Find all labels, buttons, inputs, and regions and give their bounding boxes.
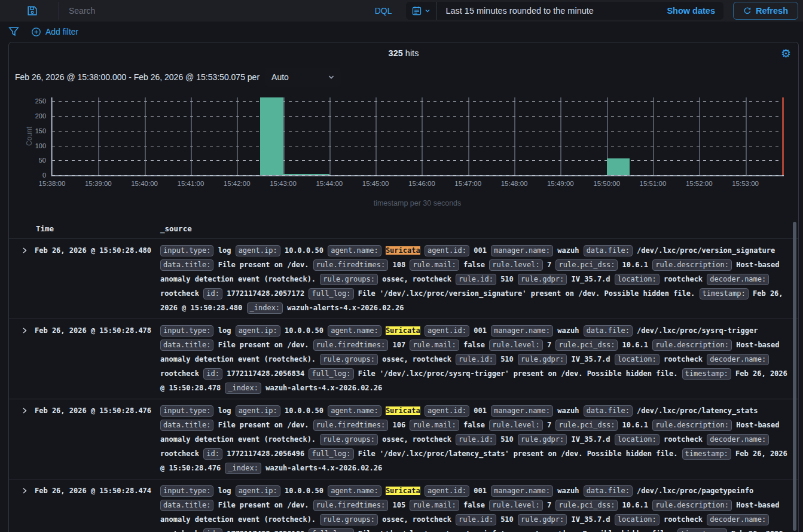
add-filter-button[interactable]: Add filter bbox=[31, 27, 78, 37]
expand-row-button[interactable] bbox=[20, 403, 29, 418]
field-value: IV_35.7.d bbox=[572, 515, 610, 524]
field-key-badge: full_log: bbox=[309, 448, 353, 460]
field-value: 7 bbox=[547, 261, 551, 269]
vertical-scrollbar[interactable] bbox=[793, 222, 796, 531]
field-value: rootcheck bbox=[160, 530, 199, 532]
row-time: Feb 26, 2026 @ 15:50:28.474 bbox=[35, 484, 160, 532]
field-value: 001 bbox=[474, 326, 487, 335]
field-value: rootcheck bbox=[664, 275, 703, 283]
field-key-badge: rule.groups: bbox=[320, 274, 378, 285]
histogram-bar[interactable] bbox=[260, 97, 283, 175]
field-value: Suricata bbox=[386, 487, 420, 495]
grid-line-x bbox=[514, 97, 515, 175]
plus-circle-icon bbox=[31, 27, 41, 37]
field-key-badge: agent.name: bbox=[328, 485, 381, 497]
field-value: log bbox=[218, 487, 231, 495]
current-time-marker bbox=[782, 97, 784, 175]
histogram-plot[interactable]: 05010015020025015:38:0015:39:0015:40:001… bbox=[51, 97, 784, 176]
dql-button[interactable]: DQL bbox=[367, 6, 401, 16]
column-header-time[interactable]: Time bbox=[36, 224, 160, 233]
field-value: 001 bbox=[474, 487, 487, 495]
field-value: File present on /dev. bbox=[218, 421, 309, 429]
field-value: ossec, rootcheck bbox=[382, 515, 451, 524]
refresh-button[interactable]: Refresh bbox=[733, 2, 798, 20]
field-key-badge: rule.mail: bbox=[410, 420, 459, 431]
discover-panel: 325 hits ⚙ Feb 26, 2026 @ 15:38:00.000 -… bbox=[8, 42, 799, 532]
expand-row-button[interactable] bbox=[20, 484, 29, 498]
field-key-badge: data.file: bbox=[584, 245, 633, 256]
add-filter-label: Add filter bbox=[45, 27, 78, 36]
field-value: false bbox=[463, 501, 485, 509]
x-tick-label: 15:47:00 bbox=[454, 180, 481, 187]
field-key-badge: rule.gdpr: bbox=[518, 434, 567, 445]
field-key-badge: rule.groups: bbox=[320, 354, 378, 365]
field-value: 510 bbox=[500, 515, 514, 524]
field-value: 510 bbox=[500, 355, 514, 363]
field-value: wazuh bbox=[557, 326, 579, 335]
field-value: File '/dev/.lxc/proc/version_signature' … bbox=[358, 289, 695, 298]
expand-row-button[interactable] bbox=[20, 323, 29, 338]
field-value: Suricata bbox=[386, 406, 420, 415]
column-header-source[interactable]: _source bbox=[160, 224, 790, 233]
field-value: wazuh bbox=[557, 246, 579, 255]
chevron-right-icon bbox=[21, 247, 28, 254]
field-key-badge: timestamp: bbox=[682, 448, 731, 460]
refresh-icon bbox=[743, 7, 752, 15]
y-tick-label: 0 bbox=[42, 172, 46, 179]
row-source: input.type: log agent.ip: 10.0.0.50 agen… bbox=[160, 323, 790, 395]
field-key-badge: rule.level: bbox=[489, 340, 542, 351]
field-key-badge: rule.firedtimes: bbox=[313, 500, 389, 511]
field-value: 106 bbox=[393, 421, 406, 429]
field-key-badge: agent.id: bbox=[425, 485, 469, 497]
hits-histogram: Count 05010015020025015:38:0015:39:0015:… bbox=[9, 93, 798, 212]
field-key-badge: rule.pci_dss: bbox=[555, 259, 618, 271]
field-key-badge: rule.description: bbox=[652, 340, 732, 351]
field-key-badge: agent.name: bbox=[328, 405, 381, 417]
field-value: ossec, rootcheck bbox=[382, 435, 451, 444]
interval-select[interactable]: Auto bbox=[265, 68, 341, 87]
x-tick-label: 15:51:00 bbox=[640, 180, 667, 187]
gear-icon[interactable]: ⚙ bbox=[781, 48, 791, 59]
field-value: File '/dev/.lxc/proc/pagetypeinfo' prese… bbox=[358, 530, 673, 532]
field-key-badge: data.file: bbox=[584, 325, 633, 337]
filter-funnel-icon[interactable] bbox=[8, 26, 19, 37]
field-value: 001 bbox=[474, 246, 487, 255]
field-key-badge: input.type: bbox=[160, 405, 213, 417]
calendar-button[interactable] bbox=[406, 6, 436, 16]
save-query-button[interactable] bbox=[6, 2, 59, 20]
field-key-badge: rule.groups: bbox=[320, 514, 378, 525]
histogram-bar[interactable] bbox=[283, 174, 307, 175]
field-value: 10.6.1 bbox=[622, 421, 648, 429]
search-input[interactable] bbox=[59, 2, 367, 20]
field-value: 1772117428.2057172 bbox=[227, 289, 304, 298]
histogram-bar[interactable] bbox=[306, 174, 329, 176]
chevron-right-icon bbox=[21, 407, 28, 414]
field-value: rootcheck bbox=[664, 515, 703, 524]
table-row: Feb 26, 2026 @ 15:50:28.478input.type: l… bbox=[9, 319, 798, 399]
row-source: input.type: log agent.ip: 10.0.0.50 agen… bbox=[160, 403, 790, 475]
histogram-bar[interactable] bbox=[607, 158, 630, 175]
grid-line-x bbox=[145, 97, 146, 175]
field-value: /dev/.lxc/proc/pagetypeinfo bbox=[637, 487, 753, 495]
table-row: Feb 26, 2026 @ 15:50:28.474input.type: l… bbox=[9, 479, 798, 532]
time-range-text[interactable]: Last 15 minutes rounded to the minute bbox=[437, 6, 658, 16]
expand-row-button[interactable] bbox=[20, 243, 29, 258]
field-key-badge: rule.level: bbox=[489, 420, 542, 431]
field-key-badge: rule.firedtimes: bbox=[313, 340, 389, 351]
grid-line-x bbox=[329, 97, 331, 175]
show-dates-button[interactable]: Show dates bbox=[658, 6, 723, 16]
hits-counter: 325 hits bbox=[9, 42, 798, 58]
field-value: 10.6.1 bbox=[622, 501, 648, 509]
field-value: Suricata bbox=[386, 326, 420, 335]
field-key-badge: manager.name: bbox=[491, 485, 553, 497]
field-value: 1772117428.2056834 bbox=[227, 369, 304, 378]
grid-line-x bbox=[375, 97, 377, 175]
field-key-badge: rule.mail: bbox=[410, 500, 459, 511]
grid-line-x bbox=[191, 97, 192, 175]
y-axis-title: Count bbox=[25, 127, 33, 146]
field-key-badge: rule.description: bbox=[652, 259, 732, 271]
field-value: 10.0.0.50 bbox=[285, 326, 323, 335]
interval-value: Auto bbox=[271, 72, 289, 82]
field-key-badge: id: bbox=[203, 288, 222, 299]
field-key-badge: agent.name: bbox=[328, 325, 381, 337]
